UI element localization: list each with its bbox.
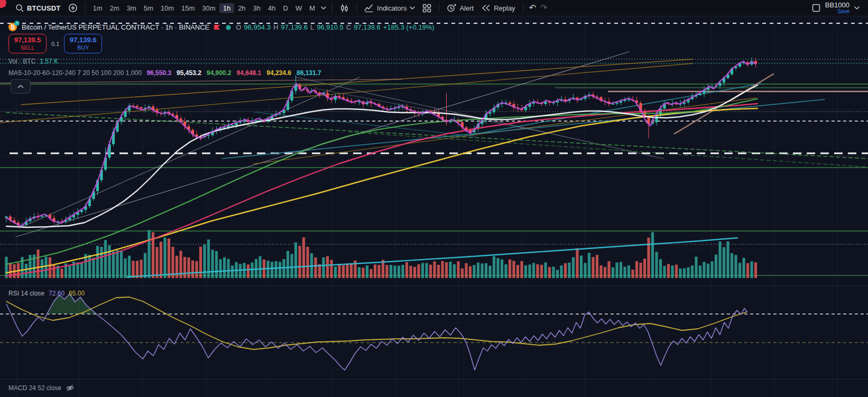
alert-button[interactable]: Alert: [443, 2, 477, 14]
timeframe-1h[interactable]: 1h: [219, 3, 234, 13]
redo-icon: ↷: [540, 4, 547, 12]
volume-value: 1.57 K: [40, 58, 58, 65]
replay-button[interactable]: Replay: [477, 2, 519, 14]
ma-value-3: 94,648.1: [237, 69, 262, 77]
ma-value-0: 96,550.3: [146, 69, 171, 77]
low-value: 96,910.5: [317, 23, 344, 31]
layout-chevron-icon[interactable]: [854, 6, 860, 10]
rsi-value-1: 65.00: [69, 290, 85, 297]
tether-badge-icon: ↗: [14, 21, 20, 26]
change-value: +185.3 (+0.19%): [383, 23, 435, 31]
timeframe-5m[interactable]: 5m: [140, 3, 157, 13]
toolbar-divider: [523, 3, 523, 13]
sell-price: 97,139.5: [14, 36, 41, 44]
timeframe-10m[interactable]: 10m: [157, 3, 178, 13]
chevron-down-icon: [321, 6, 326, 10]
sell-button[interactable]: 97,139.5 SELL: [8, 34, 47, 53]
bitcoin-coin-icon: ₿ ↗: [8, 23, 17, 32]
ohlc-readout: O96,954.3 H97,139.6 L96,910.5 C97,139.6 …: [236, 23, 434, 31]
symbol-legend: ₿ ↗ Bitcoin / TetherUS PERPETUAL CONTRAC…: [8, 23, 435, 32]
symbol-label: BTCUSDT: [27, 4, 61, 12]
toolbar-divider: [85, 3, 86, 13]
chart-type-button[interactable]: [336, 2, 353, 14]
indicators-label: Indicators: [377, 4, 407, 12]
legend-title[interactable]: Bitcoin / TetherUS PERPETUAL CONTRACT · …: [22, 23, 209, 31]
rsi-value-0: 72.60: [49, 290, 64, 297]
timeframe-expand-chevron[interactable]: [319, 2, 328, 14]
layout-stack: BB1000 Save: [825, 2, 849, 14]
order-panel: 97,139.5 SELL 0.1 97,139.6 BUY: [8, 34, 102, 53]
symbol-search-button[interactable]: BTCUSDT: [12, 2, 64, 14]
timeframe-2m[interactable]: 2m: [106, 3, 123, 13]
market-status-dot-icon[interactable]: [225, 24, 232, 31]
indicators-icon: [364, 4, 374, 12]
close-value: 97,139.6: [354, 23, 381, 31]
ma-legend[interactable]: MA5-10-20-60-120-240 7 20 50 100 200 1,0…: [8, 69, 321, 77]
layout-name[interactable]: BB1000: [825, 2, 849, 8]
toolbar-divider: [439, 3, 439, 13]
toolbar-divider: [332, 3, 333, 13]
timeframe-3m[interactable]: 3m: [123, 3, 140, 13]
replay-rewind-icon: [481, 4, 491, 12]
layout-checkbox-icon[interactable]: [812, 4, 820, 12]
collapse-pane-button[interactable]: [11, 79, 31, 94]
grid-layout-icon: [422, 4, 431, 13]
search-icon: [15, 4, 24, 12]
toolbar-divider: [356, 3, 357, 13]
timeframe-group: 1m2m3m5m10m15m30m1h2h3h4hDWM: [89, 0, 319, 16]
add-symbol-button[interactable]: [64, 2, 81, 14]
buy-button[interactable]: 97,139.6 BUY: [64, 34, 102, 53]
undo-button[interactable]: ↶: [527, 2, 538, 14]
timeframe-15m[interactable]: 15m: [178, 3, 198, 13]
indicators-button[interactable]: Indicators: [361, 2, 419, 14]
ma-values: 96,550.395,453.294,900.294,648.194,234.6…: [146, 69, 321, 77]
undo-icon: ↶: [529, 4, 536, 12]
layout-grid-button[interactable]: [419, 2, 435, 14]
ma-value-4: 94,234.6: [266, 69, 291, 77]
save-button[interactable]: Save: [837, 9, 849, 14]
rsi-legend[interactable]: RSI 14 close 72.6065.00: [8, 290, 85, 297]
alert-label: Alert: [459, 4, 474, 12]
alert-clock-icon: [447, 3, 456, 13]
timeframe-3h[interactable]: 3h: [250, 3, 264, 13]
volume-legend[interactable]: Vol · BTC 1.57 K: [8, 58, 58, 65]
chevron-down-icon: [410, 6, 415, 10]
ma-value-1: 95,453.2: [177, 69, 201, 77]
chevron-up-icon: [17, 85, 24, 88]
replay-label: Replay: [494, 4, 515, 12]
timeframe-M[interactable]: M: [306, 3, 319, 13]
chart-canvas[interactable]: [0, 0, 868, 397]
timeframe-D[interactable]: D: [280, 3, 292, 13]
top-toolbar: BTCUSDT 1m2m3m5m10m15m30m1h2h3h4hDWM: [0, 0, 868, 16]
buy-price: 97,139.6: [70, 36, 97, 44]
redo-button[interactable]: ↷: [538, 2, 549, 14]
ma-value-5: 86,131.7: [297, 69, 321, 77]
timeframe-1m[interactable]: 1m: [89, 3, 106, 13]
timeframe-2h[interactable]: 2h: [234, 3, 249, 13]
eye-hidden-icon[interactable]: [66, 384, 75, 392]
timeframe-30m[interactable]: 30m: [198, 3, 219, 13]
ma-value-2: 94,900.2: [207, 69, 232, 77]
trading-chart-window: BTCUSDT 1m2m3m5m10m15m30m1h2h3h4hDWM: [0, 0, 868, 397]
open-value: 96,954.3: [244, 23, 271, 31]
spread-value: 0.1: [51, 41, 59, 47]
timeframe-W[interactable]: W: [292, 3, 306, 13]
macd-legend[interactable]: MACD 24 52 close: [8, 384, 75, 392]
timeframe-4h[interactable]: 4h: [264, 3, 279, 13]
candlestick-icon: [340, 4, 349, 13]
flag-icon[interactable]: [214, 24, 221, 30]
high-value: 97,139.6: [281, 23, 308, 31]
rsi-values: 72.6065.00: [49, 290, 85, 297]
plus-circle-icon: [68, 3, 78, 13]
